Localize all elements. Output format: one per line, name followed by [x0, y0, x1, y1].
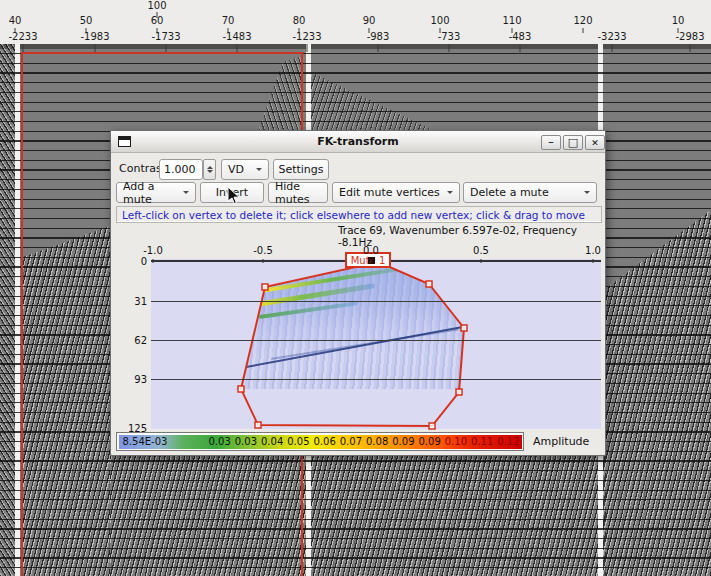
plot-gridline — [151, 340, 601, 341]
colorbar-value-label: 0.11 — [469, 436, 495, 447]
display-mode-value: VD — [228, 163, 244, 176]
hide-mutes-label: Hide mutes — [275, 180, 321, 206]
chevron-down-icon — [447, 191, 453, 197]
ruler-tick-label: -3233 — [597, 31, 626, 42]
ruler-tick-mark — [520, 44, 521, 52]
app-screen: 10040506070809010011012010-2233-1983-173… — [0, 0, 711, 576]
stepper-up-icon[interactable] — [207, 163, 213, 169]
seismic-texture-right — [598, 210, 711, 576]
ruler-tick-mark — [583, 28, 584, 33]
ruler-tick-mark — [378, 44, 379, 52]
ruler-tick-label: 40 — [9, 15, 22, 26]
contrast-stepper[interactable] — [203, 159, 216, 180]
colorbar-value-label: 0.03 — [233, 436, 259, 447]
mute-vertex-handle[interactable] — [456, 389, 462, 395]
ruler-tick-label: -1733 — [151, 31, 180, 42]
add-mute-label: Add a mute — [123, 180, 183, 206]
plot-gridline — [151, 379, 601, 380]
ruler-tick-label: 70 — [222, 15, 235, 26]
hide-mutes-button[interactable]: Hide mutes — [268, 182, 328, 203]
mute-vertex-handle[interactable] — [426, 281, 432, 287]
y-tick-label: 93 — [113, 374, 147, 385]
x-tick-label: 0.0 — [363, 245, 379, 256]
colorbar-value-label: 0.09 — [417, 436, 443, 447]
amplitude-colorbar: 8.54E-030.030.030.040.050.060.070.080.09… — [116, 432, 524, 451]
trace-ruler: 10040506070809010011012010-2233-1983-173… — [0, 0, 711, 44]
x-tick-label: 0.5 — [473, 245, 489, 256]
window-titlebar[interactable]: FK-transform _ □ ✕ — [111, 131, 605, 153]
fk-transform-window: FK-transform _ □ ✕ Contrast 1.000 VD Set… — [110, 130, 606, 456]
settings-label: Settings — [278, 163, 323, 176]
mouse-cursor-icon — [227, 186, 240, 205]
ruler-tick-mark — [690, 44, 691, 52]
add-mute-dropdown[interactable]: Add a mute — [116, 182, 196, 203]
delete-mute-label: Delete a mute — [470, 186, 549, 199]
ruler-tick-mark — [95, 44, 96, 52]
ruler-tick-label: -483 — [509, 31, 532, 42]
close-button[interactable]: ✕ — [585, 135, 605, 150]
stepper-down-icon[interactable] — [207, 170, 213, 176]
ruler-tick-mark — [166, 44, 167, 52]
ruler-tick-label: -1983 — [80, 31, 109, 42]
ruler-tick-mark — [237, 44, 238, 52]
contrast-input[interactable]: 1.000 — [159, 159, 203, 180]
edit-vertices-label: Edit mute vertices — [339, 186, 440, 199]
mute-vertex-handle[interactable] — [255, 422, 261, 428]
hint-text: Left-click on vertex to delete it; click… — [122, 209, 585, 221]
colorbar-value-label: 0.07 — [338, 436, 364, 447]
mute-vertex-handle[interactable] — [461, 325, 467, 331]
ruler-tick-label: 80 — [293, 15, 306, 26]
window-title: FK-transform — [111, 135, 605, 148]
colorbar-value-label: 0.12 — [495, 436, 521, 447]
plot-gridline — [151, 301, 601, 302]
ruler-tick-mark — [23, 44, 24, 52]
mute-vertex-marker — [368, 257, 375, 264]
edit-mute-vertices-dropdown[interactable]: Edit mute vertices — [332, 182, 460, 203]
y-tick-label: 0 — [113, 256, 147, 267]
ruler-tick-label: -2983 — [675, 31, 704, 42]
colorbar-gradient: 8.54E-030.030.030.040.050.060.070.080.09… — [119, 435, 522, 449]
maximize-button[interactable]: □ — [563, 135, 583, 150]
display-mode-dropdown[interactable]: VD — [221, 159, 269, 180]
fk-spectrum-plot[interactable]: Mute 1 -1.0-0.50.00.51.0 — [151, 259, 601, 429]
mute-vertex-handle[interactable] — [238, 386, 244, 392]
ruler-tick-label: 120 — [573, 15, 592, 26]
ruler-tick-mark — [449, 44, 450, 52]
minimize-button[interactable]: _ — [541, 135, 561, 150]
maximize-icon: □ — [568, 136, 578, 149]
y-axis-labels: 0316293125 — [113, 259, 147, 431]
x-tick-mark — [593, 259, 594, 263]
hint-message-bar: Left-click on vertex to delete it; click… — [116, 206, 602, 223]
settings-button[interactable]: Settings — [273, 159, 329, 180]
mute-polygon-layer — [151, 259, 601, 429]
ruler-tick-mark — [612, 44, 613, 52]
ruler-tick-label: 110 — [502, 15, 521, 26]
colorbar-value-label: 0.10 — [443, 436, 469, 447]
close-icon: ✕ — [591, 138, 599, 148]
chevron-down-icon — [183, 191, 189, 197]
ruler-tick-label: 100 — [430, 15, 449, 26]
chevron-down-icon — [584, 191, 590, 197]
x-tick-label: -1.0 — [143, 245, 163, 256]
delete-mute-dropdown[interactable]: Delete a mute — [463, 182, 597, 203]
x-tick-mark — [371, 259, 372, 263]
seismic-texture-left-sliver — [0, 44, 15, 576]
colorbar-value-label: 0.08 — [364, 436, 390, 447]
colorbar-value-label: 0.09 — [390, 436, 416, 447]
colorbar-value-label: 8.54E-03 — [119, 436, 207, 447]
x-tick-mark — [263, 259, 264, 263]
colorbar-value-label: 0.05 — [285, 436, 311, 447]
minimize-icon: _ — [549, 133, 554, 143]
mute-vertex-handle[interactable] — [429, 423, 435, 429]
ruler-tick-label: 90 — [363, 15, 376, 26]
colorbar-value-label: 0.03 — [207, 436, 233, 447]
mute-vertex-handle[interactable] — [262, 284, 268, 290]
ruler-tick-label: -1483 — [222, 31, 251, 42]
x-tick-mark — [153, 259, 154, 263]
colorbar-value-label: 0.06 — [312, 436, 338, 447]
ruler-tick-mark — [307, 44, 308, 52]
colorbar-value-label: 0.04 — [259, 436, 285, 447]
y-tick-label: 31 — [113, 296, 147, 307]
ruler-tick-label: 60 — [151, 15, 164, 26]
ruler-tick-label: -983 — [367, 31, 390, 42]
